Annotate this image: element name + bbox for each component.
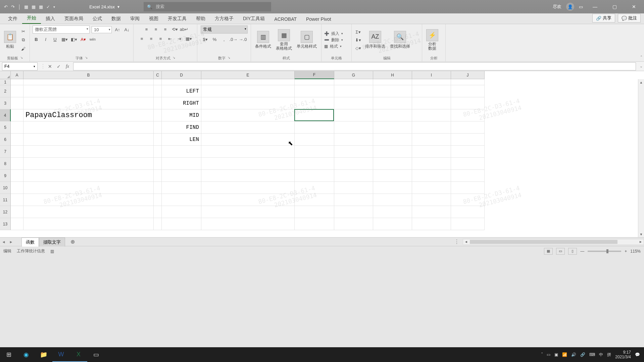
cell[interactable] bbox=[11, 134, 23, 146]
explorer-icon[interactable]: 📁 bbox=[35, 347, 52, 362]
formula-input[interactable] bbox=[73, 62, 636, 70]
column-header[interactable]: I bbox=[412, 71, 451, 79]
cell[interactable] bbox=[451, 182, 485, 194]
cell[interactable] bbox=[451, 146, 485, 158]
cell[interactable] bbox=[373, 85, 412, 97]
sheet-tab[interactable]: 函數 bbox=[21, 238, 39, 247]
cell[interactable] bbox=[334, 218, 373, 230]
column-header[interactable]: J bbox=[451, 71, 485, 79]
border-button[interactable]: ▦▾ bbox=[61, 36, 68, 43]
tab-help[interactable]: 帮助 bbox=[191, 14, 210, 24]
cell[interactable] bbox=[201, 218, 295, 230]
cell[interactable] bbox=[373, 194, 412, 206]
close-button[interactable]: ✕ bbox=[627, 0, 641, 13]
tab-ffgz[interactable]: 方方格子 bbox=[210, 14, 238, 24]
column-header[interactable]: B bbox=[23, 71, 154, 79]
cell[interactable] bbox=[451, 158, 485, 170]
cell[interactable] bbox=[23, 79, 154, 85]
cell[interactable] bbox=[23, 170, 154, 182]
cell[interactable] bbox=[154, 218, 162, 230]
cell[interactable] bbox=[23, 97, 154, 109]
cell-styles-button[interactable]: ▢单元格样式 bbox=[295, 30, 318, 50]
insert-cells-button[interactable]: ➕插入 ▾ bbox=[324, 31, 343, 37]
increase-font-icon[interactable]: A↑ bbox=[114, 26, 121, 33]
bold-button[interactable]: B bbox=[33, 36, 40, 43]
cell[interactable] bbox=[201, 97, 295, 109]
cell[interactable] bbox=[154, 134, 162, 146]
cell[interactable] bbox=[412, 79, 451, 85]
tray-chevron-icon[interactable]: ˆ bbox=[541, 352, 543, 357]
cell[interactable] bbox=[201, 194, 295, 206]
cell[interactable] bbox=[154, 206, 162, 218]
cell[interactable] bbox=[154, 121, 162, 134]
cell[interactable] bbox=[11, 206, 23, 218]
analyze-data-button[interactable]: ⚡分析 数据 bbox=[425, 29, 440, 51]
notifications-icon[interactable]: 💬 bbox=[635, 352, 640, 357]
cell[interactable] bbox=[451, 218, 485, 230]
cell[interactable] bbox=[295, 97, 334, 109]
clear-icon[interactable]: ◇▾ bbox=[354, 44, 362, 52]
cell[interactable] bbox=[162, 182, 201, 194]
cut-icon[interactable]: ✂ bbox=[19, 28, 27, 35]
dialog-launcher-icon[interactable]: ↘ bbox=[172, 56, 175, 61]
cell[interactable] bbox=[11, 194, 23, 206]
cell[interactable] bbox=[201, 146, 295, 158]
cell[interactable] bbox=[162, 158, 201, 170]
column-header[interactable]: A bbox=[11, 71, 23, 79]
wrap-text-icon[interactable]: ab↵ bbox=[181, 25, 188, 33]
cell[interactable] bbox=[373, 170, 412, 182]
tray-icon[interactable]: ▭ bbox=[547, 352, 550, 357]
cell[interactable] bbox=[373, 97, 412, 109]
column-header[interactable]: D bbox=[162, 71, 201, 79]
active-cell-outline[interactable] bbox=[294, 109, 334, 121]
merge-button[interactable]: ▦▾ bbox=[185, 35, 193, 42]
ime-indicator[interactable]: 中 bbox=[599, 352, 603, 358]
zoom-out-button[interactable]: — bbox=[580, 249, 584, 254]
display-settings-icon[interactable]: ▥ bbox=[50, 249, 54, 254]
cell[interactable] bbox=[451, 109, 485, 121]
tab-data[interactable]: 数据 bbox=[107, 14, 126, 24]
zoom-in-button[interactable]: + bbox=[625, 249, 627, 254]
underline-button[interactable]: U bbox=[51, 36, 59, 43]
cell[interactable] bbox=[373, 158, 412, 170]
cell[interactable] bbox=[412, 218, 451, 230]
cell[interactable] bbox=[451, 134, 485, 146]
cell[interactable] bbox=[451, 194, 485, 206]
align-right-icon[interactable]: ≡ bbox=[157, 35, 164, 42]
cell-content[interactable]: RIGHT bbox=[162, 97, 201, 109]
cell[interactable] bbox=[23, 218, 154, 230]
cell[interactable] bbox=[373, 109, 412, 121]
align-bottom-icon[interactable]: ≡ bbox=[162, 25, 169, 33]
cell[interactable] bbox=[334, 79, 373, 85]
cell[interactable] bbox=[295, 158, 334, 170]
align-top-icon[interactable]: ≡ bbox=[143, 25, 150, 33]
cell[interactable] bbox=[23, 182, 154, 194]
italic-button[interactable]: I bbox=[42, 36, 49, 43]
zoom-level[interactable]: 115% bbox=[630, 249, 641, 254]
decrease-decimal-icon[interactable]: →.0 bbox=[239, 36, 247, 43]
enter-formula-button[interactable]: ✓ bbox=[54, 62, 63, 70]
cell[interactable] bbox=[11, 97, 23, 109]
cell[interactable] bbox=[162, 146, 201, 158]
format-painter-icon[interactable]: 🖌 bbox=[19, 45, 27, 52]
redo-icon[interactable]: ↷ bbox=[11, 4, 15, 9]
cell[interactable] bbox=[373, 146, 412, 158]
cell[interactable] bbox=[11, 182, 23, 194]
indent-decrease-icon[interactable]: ⇤ bbox=[166, 35, 174, 42]
row-header[interactable]: 1 bbox=[0, 79, 11, 85]
tab-developer[interactable]: 开发工具 bbox=[163, 14, 191, 24]
cell[interactable] bbox=[201, 158, 295, 170]
cell[interactable] bbox=[154, 170, 162, 182]
page-layout-button[interactable]: ▭ bbox=[556, 248, 565, 255]
cell[interactable] bbox=[11, 170, 23, 182]
tab-view[interactable]: 视图 bbox=[144, 14, 163, 24]
cell[interactable] bbox=[23, 134, 154, 146]
cell[interactable] bbox=[154, 79, 162, 85]
cell[interactable] bbox=[11, 121, 23, 134]
sort-filter-button[interactable]: AZ排序和筛选 bbox=[364, 30, 387, 50]
align-center-icon[interactable]: ≡ bbox=[148, 35, 155, 42]
row-header[interactable]: 4 bbox=[0, 109, 11, 121]
spreadsheet-grid[interactable]: ABCDEFGHIJ 12345678910111213 PapayaClass… bbox=[0, 71, 644, 237]
cell[interactable] bbox=[154, 182, 162, 194]
tab-powerpivot[interactable]: Power Pivot bbox=[301, 14, 336, 24]
